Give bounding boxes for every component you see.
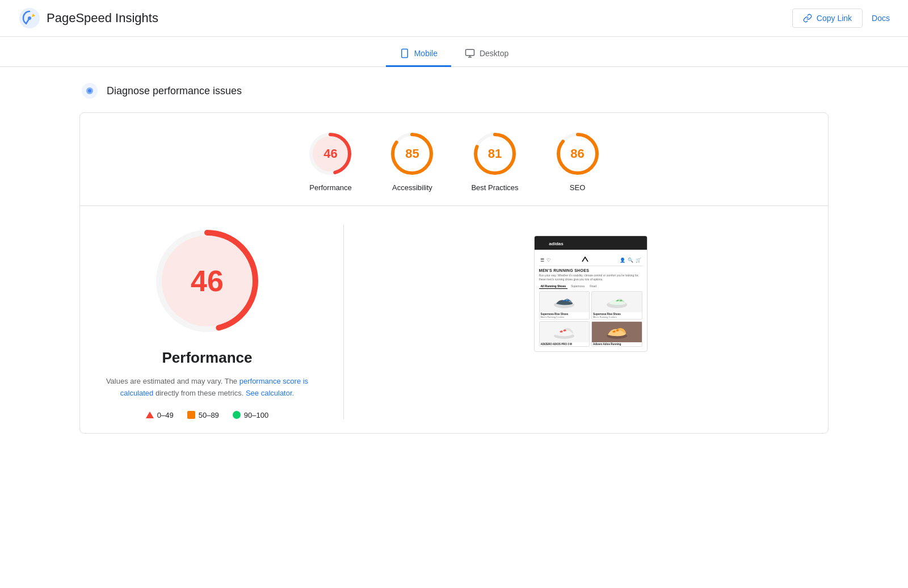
docs-link[interactable]: Docs <box>872 14 890 23</box>
cart-icon: 🛒 <box>636 258 641 263</box>
screenshot-product-1: Supernova Rise Shoes Men's Running 5 col… <box>539 291 590 320</box>
accessibility-score: 85 <box>405 146 419 161</box>
screenshot-content: ☰ ♡ 👤 🔍 🛒 <box>535 250 647 351</box>
svg-point-1 <box>28 16 31 20</box>
best-practices-label: Best Practices <box>471 183 518 192</box>
screenshot-nav-right-icons: 👤 🔍 🛒 <box>620 258 641 263</box>
shoe-img-1-icon <box>552 293 577 310</box>
header-right: Copy Link Docs <box>792 9 890 28</box>
perf-title: Performance <box>162 349 253 367</box>
score-circle-accessibility: 85 <box>389 131 435 177</box>
tab-mobile-label: Mobile <box>414 49 438 58</box>
screenshot-heading: MEN'S RUNNING SHOES <box>539 268 642 272</box>
perf-desc-part1: Values are estimated and may vary. The <box>106 377 237 385</box>
screenshot-products: Supernova Rise Shoes Men's Running 5 col… <box>539 291 642 347</box>
screenshot-frame: adidas ☰ ♡ <box>534 236 648 352</box>
accessibility-label: Accessibility <box>392 183 432 192</box>
legend-fail: 0–49 <box>146 411 174 419</box>
vertical-divider <box>343 224 344 419</box>
adidas-logo-icon: adidas <box>539 240 573 246</box>
screenshot-tab-supernova: Supernova <box>569 284 586 289</box>
tabs-nav: Mobile Desktop <box>0 37 908 67</box>
main-content: Diagnose performance issues 46 Performan… <box>57 67 851 447</box>
tab-desktop-label: Desktop <box>480 49 508 58</box>
shoe-img-4-icon <box>604 324 629 341</box>
score-circle-performance: 46 <box>308 131 353 177</box>
user-icon: 👤 <box>620 258 625 263</box>
product-img-4 <box>592 322 642 342</box>
diagnose-icon-wrapper <box>79 81 100 101</box>
perf-big-number: 46 <box>191 264 224 298</box>
screenshot-tab-all: All Running Shoes <box>539 284 568 289</box>
seo-label: SEO <box>570 183 585 192</box>
legend-square-icon <box>187 411 195 419</box>
diagnose-icon <box>81 82 99 100</box>
screenshot-nav-icons: ☰ ♡ <box>540 258 550 263</box>
product-img-1 <box>540 292 590 312</box>
legend: 0–49 50–89 90–100 <box>146 411 268 419</box>
product-sub-2: Men's Running 5 colors <box>592 316 642 319</box>
perf-big-circle: 46 <box>150 224 264 338</box>
tab-desktop[interactable]: Desktop <box>451 41 522 67</box>
best-practices-score: 81 <box>488 146 502 161</box>
search-icon-small: 🔍 <box>628 258 633 263</box>
desktop-icon <box>465 48 475 58</box>
performance-score: 46 <box>323 146 337 161</box>
copy-link-button[interactable]: Copy Link <box>792 9 863 28</box>
screenshot-desc: Run your way. Whether it's stability, cl… <box>539 274 642 282</box>
product-sub-3 <box>540 346 590 346</box>
legend-pass-range: 90–100 <box>244 411 268 419</box>
pagespeed-logo-icon <box>18 7 41 30</box>
screenshot-product-4: Adizero Adios Running <box>591 321 642 347</box>
divider <box>80 205 828 206</box>
tab-mobile[interactable]: Mobile <box>386 41 451 67</box>
perf-detail: 46 Performance Values are estimated and … <box>94 224 814 419</box>
svg-point-9 <box>88 89 91 93</box>
heart-icon: ♡ <box>547 258 550 263</box>
header: PageSpeed Insights Copy Link Docs <box>0 0 908 37</box>
product-img-2 <box>592 292 642 312</box>
screenshot-product-3: ADIZERO ADIOS PRO 3 M <box>539 321 590 347</box>
mobile-icon <box>400 48 410 58</box>
copy-link-label: Copy Link <box>817 14 852 23</box>
legend-triangle-icon <box>146 411 154 418</box>
perf-desc-end: . <box>292 389 295 397</box>
screenshot-nav: ☰ ♡ 👤 🔍 🛒 <box>539 254 642 266</box>
screenshot-tab-road: Road <box>588 284 598 289</box>
svg-text:adidas: adidas <box>549 241 564 246</box>
seo-score: 86 <box>570 146 584 161</box>
diagnose-title: Diagnose performance issues <box>107 85 242 97</box>
nav-center <box>581 257 590 263</box>
score-item-best-practices: 81 Best Practices <box>471 131 518 192</box>
score-circle-seo: 86 <box>555 131 600 177</box>
app-title: PageSpeed Insights <box>47 11 158 26</box>
legend-average-range: 50–89 <box>199 411 219 419</box>
see-calculator-link[interactable]: See calculator <box>246 389 292 397</box>
legend-fail-range: 0–49 <box>157 411 174 419</box>
screenshot-product-2: Supernova Rise Shoes Men's Running 5 col… <box>591 291 642 320</box>
perf-left: 46 Performance Values are estimated and … <box>94 224 321 419</box>
screenshot-tabs: All Running Shoes Supernova Road <box>539 284 642 289</box>
svg-rect-4 <box>465 49 474 56</box>
score-card: 46 Performance 85 Accessibility <box>79 112 829 434</box>
legend-average: 50–89 <box>187 411 219 419</box>
shoe-img-3-icon <box>552 324 577 341</box>
scores-row: 46 Performance 85 Accessibility <box>94 131 814 192</box>
product-sub-4 <box>592 346 642 346</box>
header-left: PageSpeed Insights <box>18 7 158 30</box>
diagnose-header: Diagnose performance issues <box>79 81 829 101</box>
score-circle-best-practices: 81 <box>472 131 518 177</box>
score-item-performance: 46 Performance <box>308 131 353 192</box>
menu-icon: ☰ <box>540 258 544 263</box>
perf-right: adidas ☰ ♡ <box>367 224 814 352</box>
score-item-seo: 86 SEO <box>555 131 600 192</box>
legend-circle-icon <box>233 411 241 419</box>
link-icon <box>803 14 812 23</box>
perf-desc-part2: directly from these metrics. <box>155 389 243 397</box>
perf-description: Values are estimated and may vary. The p… <box>99 376 315 400</box>
shoe-img-2-icon <box>604 293 629 310</box>
screenshot-top-bar: adidas <box>535 236 647 250</box>
product-img-3 <box>540 322 590 342</box>
performance-label: Performance <box>309 183 351 192</box>
product-sub-1: Men's Running 5 colors <box>540 316 590 319</box>
